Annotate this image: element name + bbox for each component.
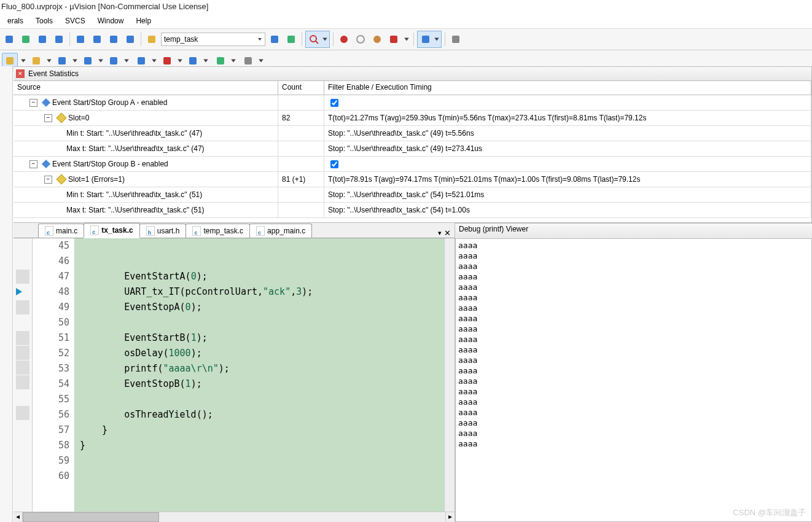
margin-cell[interactable] <box>14 390 32 405</box>
grid-row[interactable]: Max t: Start: "..\User\thread\tx_task.c"… <box>14 203 811 218</box>
tab-temp_task-c[interactable]: temp_task.c <box>185 224 250 238</box>
tab-main-c[interactable]: main.c <box>38 224 84 238</box>
bookmark-next-icon[interactable] <box>52 32 66 47</box>
margin-cell[interactable] <box>16 300 29 314</box>
code-line[interactable]: } <box>80 438 444 453</box>
config-icon[interactable] <box>284 32 299 47</box>
margin-cell[interactable] <box>14 238 32 254</box>
code-line[interactable] <box>80 315 444 330</box>
vertical-scrollbar[interactable] <box>444 238 455 512</box>
grid-row[interactable]: Min t: Start: "..\User\thread\tx_task.c"… <box>14 187 811 203</box>
horizontal-scrollbar[interactable]: ◂ ▸ <box>14 512 455 522</box>
margin-cell[interactable] <box>16 360 29 375</box>
code-line[interactable]: EventStartA(0); <box>80 269 444 284</box>
code-line[interactable]: } <box>80 423 444 438</box>
svg-point-11 <box>310 36 316 42</box>
lens-red-icon[interactable] <box>306 32 321 47</box>
target-select[interactable]: temp_task <box>161 33 265 46</box>
lens-dropdown[interactable] <box>321 32 329 47</box>
uncomment-icon[interactable] <box>123 32 138 47</box>
margin-cell[interactable] <box>14 451 32 467</box>
find-icon[interactable] <box>267 32 282 47</box>
event-statistics-header[interactable]: ✕ Event Statistics <box>14 66 812 81</box>
grid-row[interactable]: Min t: Start: "..\User\thread\tx_task.c"… <box>14 126 811 141</box>
menu-tools[interactable]: Tools <box>29 15 59 27</box>
margin-cell[interactable] <box>16 346 29 360</box>
bomb-icon-dropdown[interactable] <box>403 32 410 47</box>
tab-usart-h[interactable]: usart.h <box>139 224 187 238</box>
bookmark-blue-icon[interactable] <box>2 32 17 47</box>
margin-cell[interactable] <box>16 406 29 420</box>
left-dock-gutter[interactable] <box>0 66 13 522</box>
code-line[interactable]: osThreadYield(); <box>80 407 444 423</box>
refresh-icon[interactable] <box>370 32 385 47</box>
layout-dropdown[interactable] <box>433 32 440 47</box>
line-number: 52 <box>33 346 69 361</box>
comment-icon[interactable] <box>106 32 121 47</box>
code-line[interactable] <box>80 453 444 469</box>
tree-collapse-icon[interactable]: − <box>29 160 37 168</box>
close-icon[interactable]: ✕ <box>16 69 25 78</box>
margin-cell[interactable] <box>14 254 32 269</box>
tab-close-icon[interactable]: ✕ <box>444 228 451 238</box>
indent-right-icon[interactable] <box>90 32 104 47</box>
grid-row[interactable]: −Event Start/Stop Group B - enabled <box>14 157 811 172</box>
grid-row[interactable]: −Event Start/Stop Group A - enabled <box>14 95 811 111</box>
tree-collapse-icon[interactable]: − <box>29 99 37 107</box>
code-line[interactable]: EventStopA(0); <box>80 300 444 315</box>
grid-body[interactable]: −Event Start/Stop Group A - enabled−Slot… <box>14 95 811 222</box>
margin-cell[interactable] <box>16 375 29 389</box>
debug-output[interactable]: aaaaaaaaaaaaaaaaaaaaaaaaaaaaaaaaaaaaaaaa… <box>455 239 812 522</box>
menu-help[interactable]: Help <box>130 15 157 27</box>
wrench-icon[interactable] <box>448 32 463 47</box>
bomb-icon[interactable] <box>386 32 401 47</box>
menu-svcs[interactable]: SVCS <box>59 15 92 27</box>
indent-left-icon[interactable] <box>73 32 88 47</box>
tab-app_main-c[interactable]: app_main.c <box>249 224 312 238</box>
code-line[interactable]: EventStopB(1); <box>80 376 444 392</box>
svg-rect-10 <box>287 36 295 43</box>
circle-icon[interactable] <box>353 32 368 47</box>
bookmark-green-icon[interactable] <box>18 32 33 47</box>
margin-cell[interactable] <box>16 270 29 284</box>
menu-erals[interactable]: erals <box>1 15 29 27</box>
col-timing[interactable]: Filter Enable / Execution Timing <box>324 81 811 95</box>
code-line[interactable] <box>80 254 444 269</box>
grid-row[interactable]: −Slot=082T(tot)=21.27ms T(avg)=259.39us … <box>14 111 811 126</box>
code-line[interactable]: osDelay(1000); <box>80 346 444 361</box>
folder-icon[interactable] <box>144 32 159 47</box>
code-line[interactable] <box>80 469 444 484</box>
code-line[interactable]: UART_tx_IT(pcControlUart,"ack",3); <box>80 284 444 300</box>
code-line[interactable] <box>80 238 444 254</box>
tab-tx_task-c[interactable]: tx_task.c <box>84 223 139 238</box>
filter-enable-checkbox[interactable] <box>330 160 338 168</box>
margin-cell[interactable] <box>14 421 32 436</box>
svg-rect-24 <box>138 57 145 64</box>
breakpoint-margin[interactable] <box>14 238 33 512</box>
diamond-yellow-icon <box>57 174 67 185</box>
current-line-icon[interactable] <box>14 284 32 300</box>
code-line[interactable]: EventStartB(1); <box>80 330 444 346</box>
tree-collapse-icon[interactable]: − <box>44 114 52 122</box>
layout-icon[interactable] <box>418 32 433 47</box>
code-editor[interactable]: 45464748495051525354555657585960 EventSt… <box>14 238 455 512</box>
code-content[interactable]: EventStartA(0); UART_tx_IT(pcControlUart… <box>75 238 444 512</box>
margin-cell[interactable] <box>14 467 32 482</box>
margin-cell[interactable] <box>14 436 32 451</box>
grid-row[interactable]: Max t: Start: "..\User\thread\tx_task.c"… <box>14 141 811 157</box>
col-source[interactable]: Source <box>14 81 278 95</box>
tab-overflow-icon[interactable]: ▾ <box>438 229 442 237</box>
filter-enable-checkbox[interactable] <box>330 99 338 107</box>
margin-cell[interactable] <box>14 315 32 330</box>
code-line[interactable]: printf("aaaa\r\n"); <box>80 361 444 376</box>
debug-viewer-title[interactable]: Debug (printf) Viewer <box>455 224 812 239</box>
code-line[interactable] <box>80 392 444 407</box>
record-icon[interactable] <box>337 32 351 47</box>
svg-rect-7 <box>127 36 134 43</box>
margin-cell[interactable] <box>16 331 29 345</box>
grid-row[interactable]: −Slot=1 (Errors=1)81 (+1)T(tot)=78.91s T… <box>14 172 811 187</box>
tree-collapse-icon[interactable]: − <box>44 176 52 184</box>
menu-window[interactable]: Window <box>92 15 130 27</box>
col-count[interactable]: Count <box>278 81 324 95</box>
bookmark-prev-icon[interactable] <box>35 32 50 47</box>
